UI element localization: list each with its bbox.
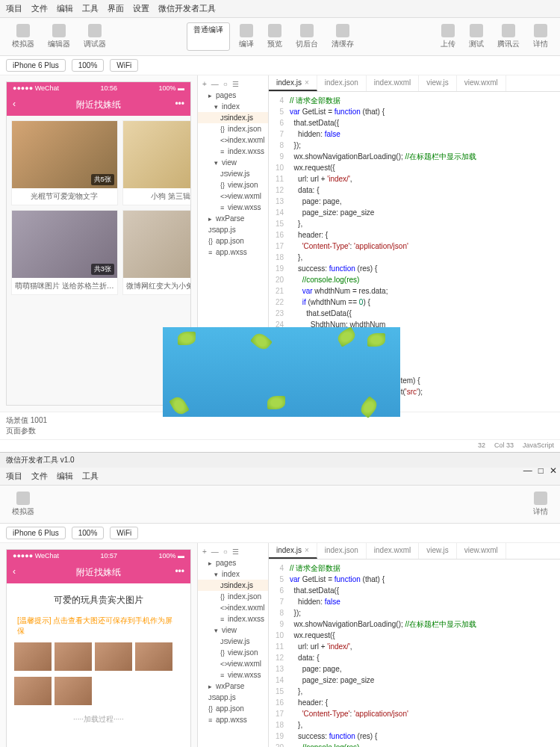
menu-项目[interactable]: 项目 [6,471,22,482]
thumbnail[interactable] [14,642,52,671]
file-app.wxss[interactable]: ≡app.wxss [198,247,268,258]
more-icon[interactable]: ••• [175,566,184,577]
tab-index.wxml[interactable]: index.wxml [367,75,419,91]
thumbnail[interactable] [55,642,92,671]
file-view.json[interactable]: {}view.json [198,179,268,190]
file-app.js[interactable]: JSapp.js [198,692,268,703]
menu-工具[interactable]: 工具 [82,3,99,14]
file-view.wxml[interactable]: <>view.wxml [198,658,268,669]
menu-工具[interactable]: 工具 [82,471,99,482]
close-icon[interactable]: × [305,78,309,87]
tool-编辑器[interactable]: 编辑器 [42,22,76,51]
file-index.wxss[interactable]: ≡index.wxss [198,146,268,157]
tab-view.js[interactable]: view.js [419,75,456,91]
tab-index.json[interactable]: index.json [317,75,367,91]
file-view.js[interactable]: JSview.js [198,636,268,647]
tree-op[interactable]: — [211,80,219,88]
tool-模拟器[interactable]: 模拟器 [6,22,40,51]
file-wxParse[interactable]: ▸wxParse [198,213,268,224]
tree-op[interactable]: ☰ [232,548,239,556]
tool-腾讯云[interactable]: 腾讯云 [491,22,526,51]
menu-项目[interactable]: 项目 [6,3,22,14]
file-view.wxss[interactable]: ≡view.wxss [198,669,268,681]
menu-界面[interactable]: 界面 [108,3,124,14]
file-index.wxml[interactable]: <>index.wxml [198,134,268,146]
tool-清缓存[interactable]: 清缓存 [326,22,360,51]
tree-op[interactable]: ☰ [232,80,239,88]
file-wxParse[interactable]: ▸wxParse [198,681,268,692]
file-pages[interactable]: ▸pages [198,90,268,101]
file-view.js[interactable]: JSview.js [198,168,268,179]
tab-index.json[interactable]: index.json [317,543,367,559]
file-app.json[interactable]: {}app.json [198,703,268,714]
code-editor-2[interactable]: 4// 请求全部数据5var GetList = function (that)… [269,560,560,747]
file-index.json[interactable]: {}index.json [198,591,268,602]
tab-view.wxml[interactable]: view.wxml [457,75,506,91]
thumbnail[interactable] [95,642,132,671]
tree-op[interactable]: — [211,548,219,556]
back-icon[interactable]: ‹ [13,566,16,577]
tab-view.js[interactable]: view.js [419,543,456,559]
file-view.json[interactable]: {}view.json [198,647,268,658]
file-view[interactable]: ▾view [198,157,268,168]
tool-测试[interactable]: 测试 [463,22,490,51]
file-app.json[interactable]: {}app.json [198,235,268,247]
zoom-select-2[interactable]: 100% [72,527,105,539]
menu-文件[interactable]: 文件 [31,3,48,14]
file-index.js[interactable]: JSindex.js [198,112,268,123]
file-view[interactable]: ▾view [198,624,268,636]
compile-mode-dropdown[interactable]: 普通编译 [187,22,230,51]
image-card[interactable]: 共5张光棍节可爱宠物文字 [11,120,118,205]
file-index.wxml[interactable]: <>index.wxml [198,602,268,613]
tree-op[interactable]: + [202,548,207,556]
file-app.wxss[interactable]: ≡app.wxss [198,714,268,725]
close-icon[interactable]: × [305,546,309,554]
tab-view.wxml[interactable]: view.wxml [457,543,506,559]
tree-op[interactable]: ○ [223,548,228,556]
tab-index.wxml[interactable]: index.wxml [367,543,419,559]
device-select[interactable]: iPhone 6 Plus [6,59,66,72]
menu-文件[interactable]: 文件 [31,471,48,482]
phone-navbar: ‹ 附近找姝纸 ••• [7,94,190,116]
window-controls[interactable]: —□✕ [523,465,557,476]
file-index.json[interactable]: {}index.json [198,123,268,134]
device-select-2[interactable]: iPhone 6 Plus [6,527,66,539]
tool-预览[interactable]: 预览 [261,22,288,51]
tool-模拟器[interactable]: 模拟器 [6,490,40,518]
file-index[interactable]: ▾index [198,568,268,580]
image-card[interactable]: 共4张小狗 第三辑 [122,120,190,205]
tool-详情[interactable]: 详情 [527,22,554,51]
thumbnail[interactable] [14,677,52,705]
thumbnail[interactable] [55,677,92,705]
menubar: 项目文件编辑工具界面设置微信开发者工具 [0,0,560,18]
more-icon[interactable]: ••• [175,99,184,109]
loading-text: ·····加载过程····· [11,708,186,731]
network-select[interactable]: WiFi [110,59,138,72]
image-card[interactable]: 共3张萌萌猫咪图片 送给苏格兰折… [11,210,118,295]
file-view.wxml[interactable]: <>view.wxml [198,190,268,202]
zoom-select[interactable]: 100% [72,59,105,72]
tab-index.js[interactable]: index.js× [269,543,317,559]
image-card[interactable]: 共2张微博网红变大为小兔子图片 [122,210,190,295]
menu-设置[interactable]: 设置 [133,3,149,14]
tree-op[interactable]: + [202,80,207,88]
network-select-2[interactable]: WiFi [110,527,138,539]
thumbnail[interactable] [135,642,172,671]
tool-编译[interactable]: 编译 [233,22,260,51]
file-index.wxss[interactable]: ≡index.wxss [198,613,268,624]
details-button-2[interactable]: 详情 [527,490,554,518]
file-app.js[interactable]: JSapp.js [198,224,268,235]
tab-index.js[interactable]: index.js× [269,75,317,91]
tool-上传[interactable]: 上传 [435,22,461,51]
file-view.wxss[interactable]: ≡view.wxss [198,202,268,213]
tool-切后台[interactable]: 切后台 [290,22,324,51]
file-index[interactable]: ▾index [198,101,268,112]
menu-微信开发者工具[interactable]: 微信开发者工具 [158,3,216,14]
file-index.js[interactable]: JSindex.js [198,580,268,591]
menu-编辑[interactable]: 编辑 [57,471,73,482]
file-pages[interactable]: ▸pages [198,557,268,568]
tree-op[interactable]: ○ [223,80,228,88]
menu-编辑[interactable]: 编辑 [57,3,73,14]
tool-调试器[interactable]: 调试器 [78,22,112,51]
back-icon[interactable]: ‹ [13,99,16,109]
